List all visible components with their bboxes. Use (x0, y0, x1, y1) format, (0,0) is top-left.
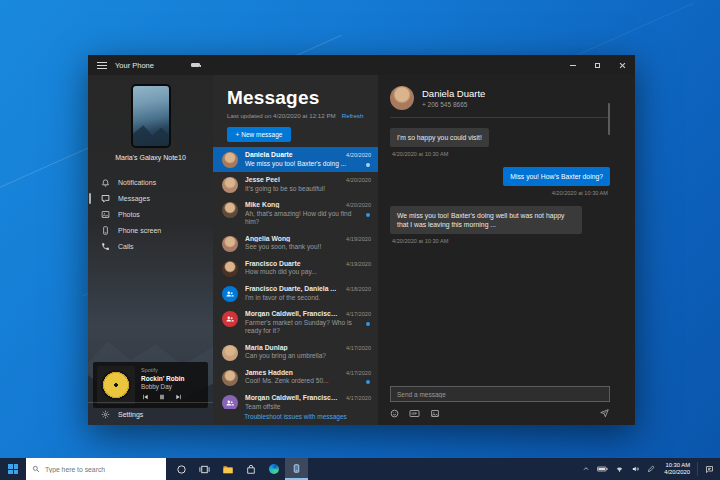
message-bubble[interactable]: We miss you too! Baxter's doing well but… (390, 206, 582, 234)
windows-logo-icon (8, 464, 18, 474)
unread-dot (366, 163, 370, 167)
message-row: I'm so happy you could visit! 4/20/2020 … (390, 128, 610, 167)
desktop: Your Phone Maria's Galaxy Note10 (0, 0, 720, 480)
file-explorer-button[interactable] (216, 458, 239, 480)
conversation-date: 4/17/2020 (346, 370, 371, 376)
conversation-name: Daniela Duarte (245, 151, 341, 158)
store-button[interactable] (239, 458, 262, 480)
network-icon[interactable] (615, 465, 624, 473)
new-message-button[interactable]: + New message (227, 127, 291, 142)
window-title: Your Phone (115, 61, 154, 70)
conversation-row[interactable]: Jesse Peel 4/20/2020 It's going to be so… (213, 172, 378, 197)
conversation-name: Mike Kong (245, 201, 341, 208)
action-center-icon[interactable] (705, 465, 714, 474)
refresh-link[interactable]: Refresh (342, 112, 364, 119)
start-button[interactable] (0, 458, 26, 480)
next-track-icon[interactable] (175, 393, 183, 401)
phone-screen-icon (101, 226, 110, 235)
previous-track-icon[interactable] (141, 393, 149, 401)
sidebar-item-photos[interactable]: Photos (88, 206, 213, 222)
conversation-row[interactable]: Angelia Wong 4/19/2020 See you soon, tha… (213, 231, 378, 256)
avatar (222, 311, 238, 327)
taskbar: 10:30 AM 4/20/2020 (0, 458, 720, 480)
message-input[interactable] (390, 386, 610, 402)
avatar (222, 202, 238, 218)
conversation-date: 4/19/2020 (346, 236, 371, 242)
hamburger-menu-icon[interactable] (97, 60, 107, 71)
attach-image-icon[interactable] (430, 409, 440, 418)
conversation-date: 4/18/2020 (346, 286, 371, 292)
last-updated-text: Last updated on 4/20/2020 at 12:12 PM (227, 112, 336, 119)
task-view-icon (199, 464, 210, 475)
unread-dot (366, 322, 370, 326)
your-phone-taskbar-button[interactable] (285, 458, 308, 480)
player-service: Spotify (141, 367, 184, 373)
sidebar-item-settings[interactable]: Settings (88, 403, 213, 425)
edge-button[interactable] (262, 458, 285, 480)
search-input[interactable] (45, 466, 155, 473)
avatar (222, 370, 238, 386)
system-tray: 10:30 AM 4/20/2020 (582, 458, 720, 480)
sidebar-item-notifications[interactable]: Notifications (88, 174, 213, 190)
message-bubble[interactable]: I'm so happy you could visit! (390, 128, 489, 147)
conversation-preview: I'm in favor of the second. (245, 294, 360, 303)
conversation-row[interactable]: Francisco Duarte, Daniela ... 4/18/2020 … (213, 281, 378, 306)
sidebar-item-calls[interactable]: Calls (88, 238, 213, 254)
taskbar-search[interactable] (26, 458, 166, 480)
conversation-row[interactable]: James Hadden 4/17/2020 Cool! Ms. Zenk or… (213, 365, 378, 390)
pen-icon[interactable] (647, 465, 655, 473)
conversation-name: Morgan Caldwell, Francisco ... (245, 394, 341, 401)
conversation-preview: We miss you too! Baxter's doing ... (245, 160, 360, 169)
bell-icon (101, 178, 110, 187)
avatar (222, 177, 238, 193)
album-art (97, 366, 135, 404)
sidebar-item-messages[interactable]: Messages (88, 190, 213, 206)
battery-icon[interactable] (597, 465, 608, 473)
minimize-button[interactable] (560, 55, 585, 75)
chat-header: Daniela Duarte + 206 545 8665 (378, 75, 635, 117)
player-artist: Bobby Day (141, 383, 184, 390)
message-bubble[interactable]: Miss you! How's Baxter doing? (503, 167, 610, 186)
send-icon[interactable] (599, 408, 610, 418)
player-track: Rockin' Robin (141, 375, 184, 382)
conversation-row[interactable]: Morgan Caldwell, Francisco ... 4/17/2020… (213, 390, 378, 409)
conversation-row[interactable]: Maria Dunlap 4/17/2020 Can you bring an … (213, 340, 378, 365)
conversation-row[interactable]: Daniela Duarte 4/20/2020 We miss you too… (213, 147, 378, 172)
emoji-icon[interactable] (390, 409, 399, 418)
conversation-preview: It's going to be so beautiful! (245, 185, 360, 194)
chat-scrollbar[interactable] (608, 103, 610, 135)
your-phone-window: Your Phone Maria's Galaxy Note10 (88, 55, 635, 425)
maximize-button[interactable] (585, 55, 610, 75)
conversation-row[interactable]: Francisco Duarte 4/19/2020 How much did … (213, 256, 378, 281)
conversation-name: Angelia Wong (245, 235, 341, 242)
avatar (222, 286, 238, 302)
gear-icon (101, 410, 110, 419)
close-button[interactable] (610, 55, 635, 75)
volume-icon[interactable] (631, 465, 640, 473)
conversation-date: 4/20/2020 (346, 177, 371, 183)
task-view-button[interactable] (193, 458, 216, 480)
conversation-row[interactable]: Mike Kong 4/20/2020 Ah, that's amazing! … (213, 197, 378, 231)
chat-pane: Daniela Duarte + 206 545 8665 I'm so hap… (378, 75, 635, 425)
message-icon (101, 194, 110, 203)
maximize-icon (595, 63, 600, 68)
clock[interactable]: 10:30 AM 4/20/2020 (664, 462, 690, 476)
conversation-row[interactable]: Morgan Caldwell, Francisco ... 4/17/2020… (213, 306, 378, 340)
sidebar-item-phone-screen[interactable]: Phone screen (88, 222, 213, 238)
troubleshoot-link[interactable]: Troubleshoot issues with messages (213, 409, 378, 425)
svg-text:GIF: GIF (411, 412, 417, 416)
sidebar: Maria's Galaxy Note10 Notifications Mess… (88, 75, 213, 425)
messages-list-pane: Messages Last updated on 4/20/2020 at 12… (213, 75, 378, 425)
group-avatar-icon (225, 289, 235, 299)
sidebar-item-label: Calls (118, 243, 134, 250)
hidden-icons-chevron[interactable] (582, 465, 590, 473)
conversation-name: Morgan Caldwell, Francisco ... (245, 310, 341, 317)
pause-icon[interactable] (158, 393, 166, 401)
cortana-button[interactable] (170, 458, 193, 480)
avatar (222, 345, 238, 361)
titlebar[interactable]: Your Phone (88, 55, 635, 75)
gif-icon[interactable]: GIF (409, 409, 420, 418)
message-timestamp: 4/20/2020 at 10:30 AM (392, 238, 448, 244)
tray-separator (697, 462, 698, 476)
message-timestamp: 4/20/2020 at 10:30 AM (392, 151, 448, 157)
